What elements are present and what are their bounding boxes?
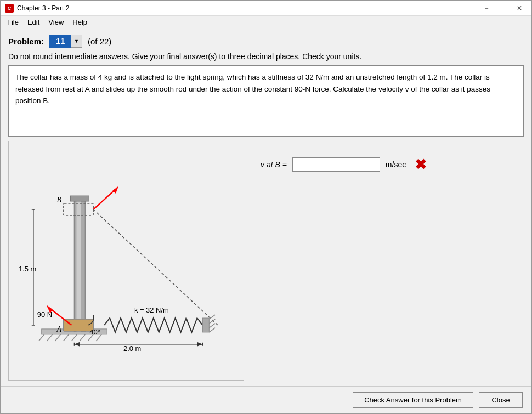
menu-help[interactable]: Help (68, 17, 92, 27)
problem-row: Problem: 11 ▼ (of 22) (8, 35, 524, 48)
svg-text:B: B (57, 196, 62, 204)
svg-text:A: A (56, 325, 62, 333)
content-area: Problem: 11 ▼ (of 22) Do not round inter… (1, 29, 531, 386)
main-split: B A (8, 141, 524, 381)
title-bar-left: C Chapter 3 - Part 2 (5, 4, 69, 13)
menu-file[interactable]: File (3, 17, 23, 27)
svg-rect-20 (202, 318, 209, 332)
problem-total: (of 22) (88, 37, 111, 46)
minimize-button[interactable]: − (479, 2, 494, 14)
main-window: C Chapter 3 - Part 2 − □ ✕ File Edit Vie… (0, 0, 532, 414)
diagram-svg: B A (9, 141, 244, 380)
window-title: Chapter 3 - Part 2 (17, 4, 69, 12)
answer-area: v at B = m/sec ✖ (244, 141, 524, 381)
menu-edit[interactable]: Edit (23, 17, 44, 27)
close-button[interactable]: Close (479, 392, 523, 408)
problem-number[interactable]: 11 (49, 35, 71, 48)
problem-selector[interactable]: 11 ▼ (49, 35, 82, 48)
title-bar: C Chapter 3 - Part 2 − □ ✕ (1, 1, 531, 16)
svg-text:40°: 40° (89, 328, 100, 336)
footer-bar: Check Answer for this Problem Close (1, 386, 531, 413)
window-close-button[interactable]: ✕ (512, 2, 527, 14)
svg-rect-11 (76, 198, 81, 332)
problem-text: The collar has a mass of 4 kg and is att… (8, 65, 524, 137)
menu-view[interactable]: View (44, 17, 68, 27)
svg-rect-12 (70, 196, 89, 201)
answer-unit: m/sec (386, 160, 406, 169)
problem-dropdown-arrow[interactable]: ▼ (71, 35, 82, 48)
svg-text:90 N: 90 N (37, 310, 52, 319)
spring-label: k = 32 N/m (134, 306, 169, 314)
instruction-text: Do not round intermediate answers. Give … (8, 52, 524, 61)
answer-row: v at B = m/sec ✖ (261, 157, 507, 172)
diagram-area: B A (8, 141, 244, 381)
answer-input[interactable] (292, 157, 380, 172)
maximize-button[interactable]: □ (495, 2, 511, 14)
answer-label: v at B = (261, 160, 287, 169)
menu-bar: File Edit View Help (1, 16, 531, 29)
title-controls: − □ ✕ (479, 2, 527, 14)
check-answer-button[interactable]: Check Answer for this Problem (353, 392, 473, 408)
problem-label: Problem: (8, 37, 44, 46)
app-icon: C (5, 4, 14, 13)
clear-answer-button[interactable]: ✖ (415, 157, 427, 172)
svg-text:1.5 m: 1.5 m (19, 265, 36, 273)
svg-text:2.0 m: 2.0 m (123, 344, 141, 353)
app-icon-letter: C (8, 5, 12, 11)
